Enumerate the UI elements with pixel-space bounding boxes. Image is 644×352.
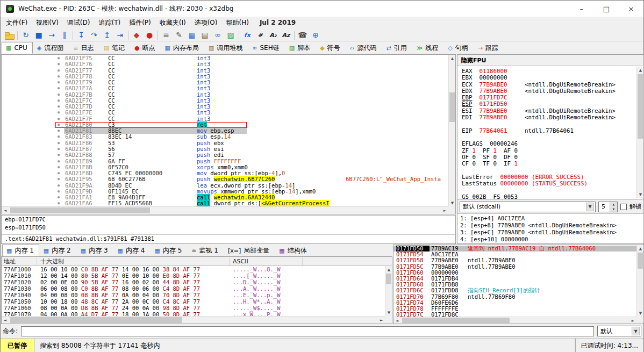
tab-memory-2[interactable]: ▦内存 2: [39, 245, 76, 256]
menu-debug[interactable]: 调试(D): [63, 17, 95, 29]
menu-plugins[interactable]: 插件(P): [125, 17, 155, 29]
register-line[interactable]: EIP 77B64061 ntdll.77B64061: [462, 128, 636, 134]
scroll-right-arrow[interactable]: ►: [378, 317, 385, 324]
register-line[interactable]: EDI 77B9ABE0 <ntdll.DbgUiRemoteBreakin>: [462, 114, 636, 121]
dump-vertical-scrollbar[interactable]: ▲ ▼: [385, 266, 392, 316]
command-input[interactable]: [21, 326, 594, 336]
scroll-up-arrow[interactable]: ▲: [637, 67, 644, 74]
stack-row[interactable]: 0171FD6000000000: [393, 270, 636, 276]
breakpoint-dot[interactable]: ●: [58, 128, 60, 134]
patches-icon[interactable]: ◆: [131, 30, 142, 41]
tab-memory-1[interactable]: ▦内存 1: [2, 245, 39, 256]
stack-row[interactable]: 0171FD5C77B9ABE0ntdll.77B9ABE0: [393, 264, 636, 270]
stack-row[interactable]: 0171FD640171FDB4: [393, 276, 636, 282]
tab-threads[interactable]: ≫线程: [412, 42, 444, 54]
breakpoint-dot[interactable]: ●: [58, 68, 60, 74]
call-stack-icon[interactable]: ▤: [199, 30, 211, 41]
hide-fpu-button[interactable]: 隐藏FPU: [457, 55, 643, 66]
unlock-checkbox[interactable]: [620, 204, 627, 210]
tab-call-stack[interactable]: ▥调用堆栈: [204, 42, 248, 54]
notes-icon[interactable]: ✎: [173, 30, 185, 41]
tab-symbols[interactable]: ◆符号: [316, 42, 345, 54]
breakpoint-dot[interactable]: ●: [58, 134, 60, 140]
dump-col-ascii[interactable]: ASCII: [233, 257, 303, 265]
tab-script[interactable]: ▨脚本: [285, 42, 316, 54]
scroll-up-arrow[interactable]: ▲: [637, 245, 644, 252]
log-icon[interactable]: ≡: [160, 30, 172, 41]
dump-horizontal-scrollbar[interactable]: ◄ ►: [2, 316, 385, 324]
script-icon[interactable]: ▨: [225, 30, 237, 41]
step-over-icon[interactable]: ↷: [88, 30, 100, 41]
breakpoint-dot[interactable]: ●: [58, 200, 60, 206]
tab-source[interactable]: ‹›源代码: [346, 42, 382, 54]
breakpoint-dot[interactable]: ●: [58, 85, 60, 91]
scroll-right-arrow[interactable]: ►: [441, 207, 448, 214]
disasm-vertical-scrollbar[interactable]: ▲ ▼: [448, 55, 455, 206]
step-into-icon[interactable]: ↧: [75, 30, 87, 41]
menu-trace[interactable]: 追踪(T): [94, 17, 125, 29]
restart-icon[interactable]: ↻: [20, 30, 32, 41]
stack-row[interactable]: 0171FD5077B9AC19返回到 ntdll.77B9AC19 自 ntd…: [393, 246, 636, 252]
dump-row[interactable]: 77AF105010 00 18 00 48 8C AF 77 2A 00 0C…: [2, 298, 385, 305]
tab-graph[interactable]: ◈流程图: [33, 42, 69, 54]
breakpoint-dot[interactable]: ●: [58, 122, 60, 128]
register-line[interactable]: GS 002B FS 0053: [462, 194, 636, 199]
breakpoint-dot[interactable]: ●: [58, 146, 60, 152]
tab-breakpoints[interactable]: ●断点: [130, 42, 161, 54]
dump-row[interactable]: 77AF106008 00 0A 00 D8 8B AF 77 24 00 0A…: [2, 305, 385, 311]
breakpoint-dot[interactable]: ●: [58, 189, 60, 195]
breakpoint-dot[interactable]: ●: [58, 55, 60, 61]
execute-till-return-icon[interactable]: ↥: [101, 30, 113, 41]
pause-icon[interactable]: ∥: [59, 30, 70, 41]
memory-map-icon[interactable]: ▦: [186, 30, 198, 41]
breakpoint-dot[interactable]: ●: [58, 152, 60, 158]
breakpoints-icon[interactable]: ●: [144, 30, 155, 41]
scroll-left-arrow[interactable]: ◄: [393, 317, 400, 324]
dump-col-hex[interactable]: 十六进制: [40, 257, 230, 265]
breakpoint-dot[interactable]: ●: [58, 61, 60, 67]
chevron-down-icon[interactable]: ▼: [586, 203, 594, 211]
tab-memory-3[interactable]: ▦内存 3: [76, 245, 113, 256]
tab-notes[interactable]: ▤笔记: [99, 42, 130, 54]
internet-icon[interactable]: ⊕: [310, 30, 321, 41]
disasm-row[interactable]: ●6AD21F76CCint3: [2, 61, 448, 67]
stop-icon[interactable]: ■: [33, 30, 45, 41]
breakpoint-dot[interactable]: ●: [58, 104, 60, 110]
registers-scrollbar[interactable]: ▲ ▼: [636, 67, 643, 198]
menu-view[interactable]: 视图(V): [32, 17, 63, 29]
tab-memory-map[interactable]: ▦内存布局: [161, 42, 204, 54]
menu-file[interactable]: 文件(F): [2, 17, 32, 29]
run-icon[interactable]: →: [46, 30, 58, 41]
menu-options[interactable]: 选项(O): [190, 17, 222, 29]
scroll-left-arrow[interactable]: ◄: [2, 207, 9, 214]
scroll-down-arrow[interactable]: ▼: [637, 310, 644, 317]
dump-row[interactable]: 77AF100016 00 10 00 C0 8B AF 77 14 00 16…: [2, 266, 385, 272]
disasm-row[interactable]: ●6AD21FA6FF15 ACD5566Bcall dword ptr ds:…: [2, 200, 448, 206]
az-icon[interactable]: Az: [280, 30, 292, 41]
breakpoint-dot[interactable]: ●: [58, 164, 60, 170]
dump-col-address[interactable]: 地址: [4, 257, 37, 265]
register-line[interactable]: LastStatus 00000000 (STATUS_SUCCESS): [462, 181, 636, 187]
scroll-left-arrow[interactable]: ◄: [2, 317, 9, 324]
breakpoint-dot[interactable]: ●: [58, 74, 60, 80]
dump-row[interactable]: 77AF102002 00 0E 00 90 5B AF 77 16 00 02…: [2, 279, 385, 285]
spinner-up-icon[interactable]: ▲: [610, 202, 617, 207]
stack-row[interactable]: 0171FD5877B9ABE0ntdll.77B9ABE0: [393, 257, 636, 263]
calling-convention-select[interactable]: 默认 (stdcall) ▼: [460, 202, 596, 212]
disasm-row[interactable]: ●6AD21F7ECCint3: [2, 110, 448, 116]
run-to-user-code-icon[interactable]: ⇥: [114, 30, 126, 41]
breakpoint-dot[interactable]: ●: [58, 116, 60, 122]
tab-watch-1[interactable]: ∞监视 1: [187, 245, 224, 256]
hash-icon[interactable]: #: [254, 30, 266, 41]
tab-trace[interactable]: →跟踪: [474, 42, 504, 54]
tab-references[interactable]: ⇄引用: [382, 42, 412, 54]
tab-log[interactable]: ≡日志: [69, 42, 99, 54]
maximize-button[interactable]: □: [594, 1, 619, 17]
scroll-down-arrow[interactable]: ▼: [449, 199, 456, 206]
argument-count-stepper[interactable]: 5 ▲▼: [598, 202, 618, 212]
function-icon[interactable]: fx: [241, 30, 253, 41]
stack-row[interactable]: 0171FD7077B69F80ntdll.77B69F80: [393, 294, 636, 300]
tab-locals[interactable]: [x=]局部变量: [224, 245, 275, 256]
a-squared-icon[interactable]: A₂: [267, 30, 279, 41]
dump-row[interactable]: 77AF103006 00 08 00 C0 8B AF 77 08 00 06…: [2, 285, 385, 292]
